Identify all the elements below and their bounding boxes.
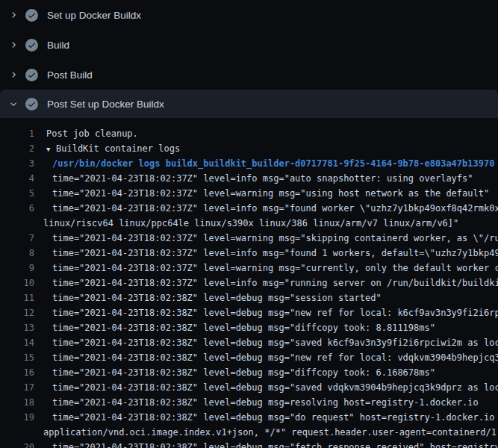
log-text: ▼time="2021-04-23T18:02:38Z" level=debug… — [34, 320, 435, 335]
log-text: ▼time="2021-04-23T18:02:38Z" level=debug… — [34, 350, 498, 365]
log-group-header[interactable]: ▼BuildKit container logs — [34, 141, 180, 156]
step-label: Set up Docker Buildx — [47, 10, 141, 21]
line-number[interactable]: 3 — [0, 156, 34, 171]
check-circle-icon — [25, 98, 38, 111]
log-text: ▼time="2021-04-23T18:02:38Z" level=debug… — [34, 440, 498, 448]
actions-log-viewer: { "colors": { "background": "#0a0c10", "… — [0, 0, 498, 448]
chevron-right-icon[interactable] — [7, 9, 19, 21]
step-row-build[interactable]: Build — [0, 30, 498, 60]
log-text: ▼time="2021-04-23T18:02:38Z" level=debug… — [34, 290, 382, 305]
step-row-post-build[interactable]: Post Build — [0, 60, 498, 90]
log-text: ▼time="2021-04-23T18:02:37Z" level=info … — [34, 276, 498, 290]
log-row: ▼application/vnd.oci.image.index.v1+json… — [0, 425, 498, 440]
line-number[interactable]: 7 — [0, 231, 34, 246]
chevron-right-icon[interactable] — [7, 69, 19, 81]
log-row: 5 ▼time="2021-04-23T18:02:37Z" level=war… — [0, 186, 498, 201]
log-row: ▼linux/riscv64 linux/ppc64le linux/s390x… — [0, 216, 498, 231]
log-text: ▼time="2021-04-23T18:02:37Z" level=info … — [34, 171, 473, 186]
chevron-right-icon[interactable] — [7, 39, 19, 51]
line-number[interactable]: 17 — [0, 380, 34, 395]
line-number[interactable]: 8 — [0, 246, 34, 261]
log-row: 12 ▼time="2021-04-23T18:02:38Z" level=de… — [0, 305, 498, 320]
line-number[interactable] — [0, 216, 34, 231]
line-number[interactable]: 16 — [0, 365, 34, 380]
log-row: 1 ▼Post job cleanup. — [0, 126, 498, 141]
line-number[interactable]: 5 — [0, 186, 34, 201]
line-number[interactable]: 1 — [0, 126, 34, 141]
log-row: 14 ▼time="2021-04-23T18:02:38Z" level=de… — [0, 335, 498, 350]
log-text: ▼time="2021-04-23T18:02:37Z" level=warni… — [34, 261, 498, 276]
line-number[interactable]: 2 — [0, 141, 34, 156]
log-text: ▼application/vnd.oci.image.index.v1+json… — [34, 425, 498, 440]
line-number[interactable]: 10 — [0, 276, 34, 290]
log-row: 15 ▼time="2021-04-23T18:02:38Z" level=de… — [0, 350, 498, 365]
line-number[interactable]: 4 — [0, 171, 34, 186]
step-label: Post Set up Docker Buildx — [47, 99, 164, 110]
log-text: ▼Post job cleanup. — [34, 126, 138, 141]
log-text: ▼time="2021-04-23T18:02:38Z" level=debug… — [34, 380, 498, 395]
log-row: 18 ▼time="2021-04-23T18:02:38Z" level=de… — [0, 395, 498, 410]
log-row: 16 ▼time="2021-04-23T18:02:38Z" level=de… — [0, 365, 498, 380]
log-text: ▼time="2021-04-23T18:02:38Z" level=debug… — [34, 365, 435, 380]
triangle-down-icon[interactable]: ▼ — [46, 142, 56, 157]
line-number[interactable] — [0, 425, 34, 440]
log-row: 11 ▼time="2021-04-23T18:02:38Z" level=de… — [0, 290, 498, 305]
log-row: 10 ▼time="2021-04-23T18:02:37Z" level=in… — [0, 276, 498, 290]
steps-list: Set up Docker Buildx Build P — [0, 0, 498, 118]
log-text: ▼time="2021-04-23T18:02:38Z" level=debug… — [34, 410, 498, 425]
line-number[interactable]: 6 — [0, 201, 34, 216]
line-number[interactable]: 9 — [0, 261, 34, 276]
log-row: 13 ▼time="2021-04-23T18:02:38Z" level=de… — [0, 320, 498, 335]
log-scroll-area[interactable]: 1 ▼Post job cleanup. 2 ▼BuildKit contain… — [0, 118, 498, 448]
log-text: ▼time="2021-04-23T18:02:38Z" level=debug… — [34, 335, 498, 350]
log-row: 8 ▼time="2021-04-23T18:02:37Z" level=inf… — [0, 246, 498, 261]
line-number[interactable]: 20 — [0, 440, 34, 448]
log-row: 17 ▼time="2021-04-23T18:02:38Z" level=de… — [0, 380, 498, 395]
log-text: ▼time="2021-04-23T18:02:37Z" level=warni… — [34, 186, 489, 201]
log-row: 3 ▼/usr/bin/docker logs buildx_buildkit_… — [0, 156, 498, 171]
log-row: 4 ▼time="2021-04-23T18:02:37Z" level=inf… — [0, 171, 498, 186]
log-row: 19 ▼time="2021-04-23T18:02:38Z" level=de… — [0, 410, 498, 425]
check-circle-icon — [25, 39, 38, 52]
log-row: 20 ▼time="2021-04-23T18:02:38Z" level=de… — [0, 440, 498, 448]
line-number[interactable]: 14 — [0, 335, 34, 350]
log-text: ▼time="2021-04-23T18:02:37Z" level=warni… — [34, 231, 498, 246]
log-row: 7 ▼time="2021-04-23T18:02:37Z" level=war… — [0, 231, 498, 246]
check-circle-icon — [25, 69, 38, 81]
line-number[interactable]: 13 — [0, 320, 34, 335]
log-text: ▼time="2021-04-23T18:02:38Z" level=debug… — [34, 395, 479, 410]
log-text: ▼time="2021-04-23T18:02:37Z" level=info … — [34, 246, 498, 261]
log-text: ▼/usr/bin/docker logs buildx_buildkit_bu… — [34, 156, 494, 171]
chevron-down-icon[interactable] — [7, 98, 19, 110]
step-row-set-up-docker-buildx[interactable]: Set up Docker Buildx — [0, 0, 498, 30]
log-text: ▼time="2021-04-23T18:02:38Z" level=debug… — [34, 305, 498, 320]
check-circle-icon — [25, 9, 38, 22]
log-text: ▼time="2021-04-23T18:02:37Z" level=info … — [34, 201, 498, 216]
step-label: Post Build — [47, 69, 93, 81]
line-number[interactable]: 19 — [0, 410, 34, 425]
line-number[interactable]: 11 — [0, 290, 34, 305]
line-number[interactable]: 15 — [0, 350, 34, 365]
step-label: Build — [47, 40, 69, 51]
line-number[interactable]: 18 — [0, 395, 34, 410]
log-text: ▼linux/riscv64 linux/ppc64le linux/s390x… — [34, 216, 458, 231]
line-number[interactable]: 12 — [0, 305, 34, 320]
log-row: 6 ▼time="2021-04-23T18:02:37Z" level=inf… — [0, 201, 498, 216]
log-row: 2 ▼BuildKit container logs — [0, 141, 498, 156]
step-row-post-set-up-docker-buildx[interactable]: Post Set up Docker Buildx — [0, 90, 498, 118]
log-row: 9 ▼time="2021-04-23T18:02:37Z" level=war… — [0, 261, 498, 276]
